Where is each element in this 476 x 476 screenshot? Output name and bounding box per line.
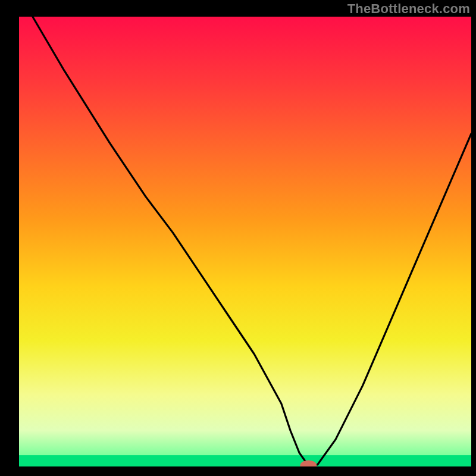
plot-area xyxy=(19,17,471,466)
green-band xyxy=(19,455,471,466)
watermark-text: TheBottleneck.com xyxy=(347,1,470,17)
chart-container: TheBottleneck.com xyxy=(0,0,476,476)
bottleneck-chart xyxy=(19,17,471,466)
gradient-background xyxy=(19,17,471,466)
